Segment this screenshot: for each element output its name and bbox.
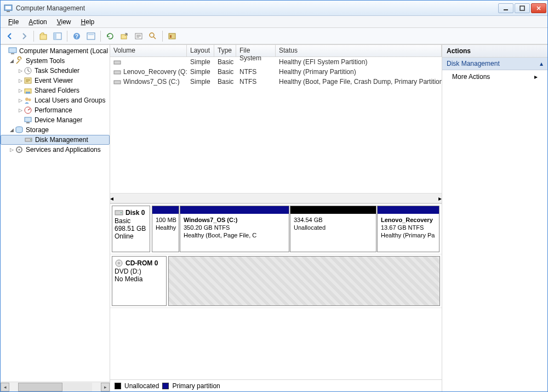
help-button[interactable]: ? [71,30,83,42]
legend-unallocated-label: Unallocated [124,382,159,390]
svg-rect-36 [114,81,121,84]
show-hide-tree-button[interactable] [52,30,64,42]
properties-button[interactable] [85,30,97,42]
minimize-button[interactable] [498,3,513,13]
menu-view[interactable]: View [53,17,76,27]
actions-more[interactable]: More Actions ▸ [442,70,547,83]
expander-icon[interactable]: ▷ [17,98,24,103]
back-button[interactable] [4,30,16,42]
actions-section[interactable]: Disk Management ▴ [442,58,547,70]
svg-rect-10 [87,33,95,39]
expander-icon[interactable]: ▷ [17,88,24,93]
menu-help[interactable]: Help [77,17,99,27]
expander-icon[interactable]: ▷ [17,78,24,83]
disk-icon [115,259,123,268]
settings-button[interactable] [133,30,145,42]
disk-icon [24,135,33,144]
svg-rect-3 [504,9,508,10]
volume-list-scrollbar[interactable]: ◂ ▸ [110,193,442,203]
forward-button[interactable] [18,30,30,42]
svg-point-38 [121,212,122,213]
svg-point-23 [28,92,30,94]
svg-point-31 [30,139,31,140]
services-icon [15,145,24,154]
toolbar: ? [1,28,547,44]
tree-event-viewer[interactable]: ▷ Event Viewer [1,76,110,86]
export-button[interactable] [118,30,130,42]
svg-rect-16 [170,35,172,38]
tree-local-users[interactable]: ▷ Local Users and Groups [1,95,110,105]
svg-rect-7 [54,33,56,39]
menu-file[interactable]: File [4,17,23,27]
close-button[interactable] [531,3,546,13]
tree-device-manager[interactable]: Device Manager [1,115,110,125]
volume-row[interactable]: Lenovo_Recovery (Q:)SimpleBasicNTFSHealt… [110,67,442,77]
col-volume[interactable]: Volume [110,45,187,56]
tree-root[interactable]: Computer Management (Local [1,46,110,56]
tree-pane: Computer Management (Local ◢ System Tool… [1,45,110,391]
chevron-up-icon: ▴ [540,60,543,67]
legend-unallocated-swatch [115,383,121,389]
expander-icon[interactable]: ▷ [17,68,24,73]
svg-rect-4 [520,6,524,10]
actions-header: Actions [442,45,547,58]
scroll-thumb[interactable] [18,383,62,391]
svg-rect-34 [114,61,121,64]
performance-icon [24,106,32,115]
expander-icon[interactable]: ▷ [17,107,24,113]
disk-row[interactable]: Disk 0Basic698.51 GBOnline100 MBHealthyW… [110,204,442,254]
app-icon [4,4,13,13]
col-layout[interactable]: Layout [187,45,214,56]
up-button[interactable] [37,30,49,42]
scroll-left-icon[interactable]: ◂ [110,195,113,202]
disk-info[interactable]: CD-ROM 0DVD (D:)No Media [112,256,167,306]
svg-text:?: ? [75,33,78,39]
tree-scrollbar[interactable]: ◂ ▸ [1,382,110,391]
partition[interactable]: Lenovo_Recovery13.67 GB NTFSHealthy (Pri… [377,206,439,252]
legend: Unallocated Primary partition [110,379,442,391]
partition[interactable]: 334.54 GBUnallocated [290,206,376,252]
main-pane: Volume Layout Type File System Status Si… [110,45,442,391]
window-title: Computer Management [16,4,498,12]
svg-rect-35 [114,71,121,74]
titlebar[interactable]: Computer Management [1,1,547,16]
menu-action[interactable]: Action [24,17,51,27]
partition-empty[interactable] [168,256,440,306]
clock-icon [24,66,32,75]
expander-icon[interactable]: ◢ [8,127,15,133]
svg-rect-17 [9,48,16,53]
svg-point-25 [28,99,31,101]
disk-row[interactable]: CD-ROM 0DVD (D:)No Media [110,254,442,308]
tree-performance[interactable]: ▷ Performance [1,105,110,115]
col-type[interactable]: Type [214,45,236,56]
col-status[interactable]: Status [276,45,442,56]
volume-list-header[interactable]: Volume Layout Type File System Status [110,45,442,57]
tree[interactable]: Computer Management (Local ◢ System Tool… [1,45,110,382]
scroll-right-icon[interactable]: ▸ [438,195,442,202]
expander-icon[interactable]: ▷ [8,147,15,152]
find-button[interactable] [147,30,159,42]
tree-services[interactable]: ▷ Services and Applications [1,145,110,155]
tree-storage[interactable]: ◢ Storage [1,125,110,135]
partition[interactable]: 100 MBHealthy [152,206,179,252]
svg-rect-18 [11,53,14,54]
tree-disk-management[interactable]: Disk Management [1,135,110,145]
scroll-right-icon[interactable]: ▸ [101,383,110,391]
storage-icon [15,126,24,134]
tree-system-tools[interactable]: ◢ System Tools [1,56,110,66]
refresh-button[interactable] [104,30,116,42]
tree-task-scheduler[interactable]: ▷ Task Scheduler [1,66,110,76]
partition[interactable]: Windows7_OS (C:)350.20 GB NTFSHealthy (B… [180,206,289,252]
svg-rect-1 [5,6,11,9]
extra-button[interactable] [166,30,178,42]
volume-row[interactable]: Windows7_OS (C:)SimpleBasicNTFSHealthy (… [110,77,442,87]
expander-icon[interactable]: ◢ [8,58,15,64]
maximize-button[interactable] [515,3,530,13]
tree-shared-folders[interactable]: ▷ Shared Folders [1,86,110,95]
legend-primary-swatch [162,383,169,389]
disk-info[interactable]: Disk 0Basic698.51 GBOnline [112,206,150,252]
volume-row[interactable]: SimpleBasicHealthy (EFI System Partition… [110,57,442,67]
svg-rect-27 [25,117,31,122]
col-fs[interactable]: File System [236,45,276,56]
scroll-left-icon[interactable]: ◂ [1,383,9,391]
